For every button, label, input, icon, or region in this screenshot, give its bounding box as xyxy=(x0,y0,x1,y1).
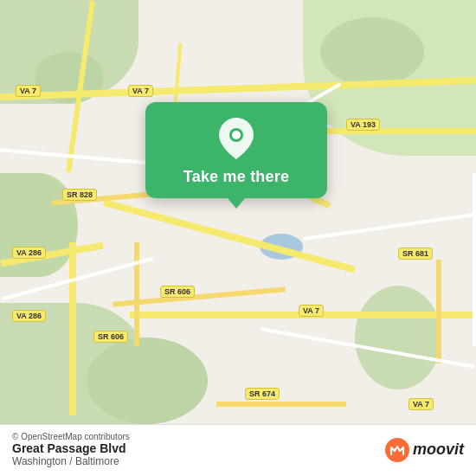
take-me-there-button[interactable]: Take me there xyxy=(183,168,289,186)
moovit-icon xyxy=(385,438,409,462)
green-area xyxy=(355,286,441,389)
road-label-va7-1: VA 7 xyxy=(16,85,41,97)
moovit-text: moovit xyxy=(413,441,464,459)
road-label-va286-2: VA 286 xyxy=(12,310,46,322)
road-label-sr606-2: SR 606 xyxy=(93,331,128,343)
place-region: Washington / Baltimore xyxy=(12,455,130,467)
road-minor-6 xyxy=(473,173,476,346)
road-label-va193-1: VA 193 xyxy=(346,119,380,131)
bottom-bar: © OpenStreetMap contributors Great Passa… xyxy=(0,424,476,476)
popup-card: Take me there xyxy=(145,102,327,198)
green-area xyxy=(320,17,424,87)
road-sr681 xyxy=(436,260,441,363)
road-label-sr674: SR 674 xyxy=(245,388,280,400)
green-area xyxy=(87,338,208,424)
road-label-va7-2: VA 7 xyxy=(128,85,153,97)
road-label-va7-lower: VA 7 xyxy=(299,305,324,317)
svg-point-1 xyxy=(232,131,241,139)
road-label-va286-1: VA 286 xyxy=(12,247,46,259)
osm-attribution: © OpenStreetMap contributors xyxy=(12,432,130,441)
road-sr674 xyxy=(216,402,346,407)
place-info: © OpenStreetMap contributors Great Passa… xyxy=(12,432,130,467)
map-container: VA 7 VA 7 VA 193 VA 193 SR 828 VA 286 VA… xyxy=(0,0,476,476)
road-va286-vertical xyxy=(69,242,76,415)
road-label-sr606-1: SR 606 xyxy=(160,286,195,298)
moovit-logo: moovit xyxy=(385,438,464,462)
road-label-va7-bottom: VA 7 xyxy=(408,398,434,410)
road-sr606-v xyxy=(134,242,139,346)
place-name: Great Passage Blvd xyxy=(12,441,130,455)
road-label-sr828: SR 828 xyxy=(62,189,97,201)
location-pin-icon xyxy=(215,118,257,159)
road-label-sr681: SR 681 xyxy=(398,248,433,260)
